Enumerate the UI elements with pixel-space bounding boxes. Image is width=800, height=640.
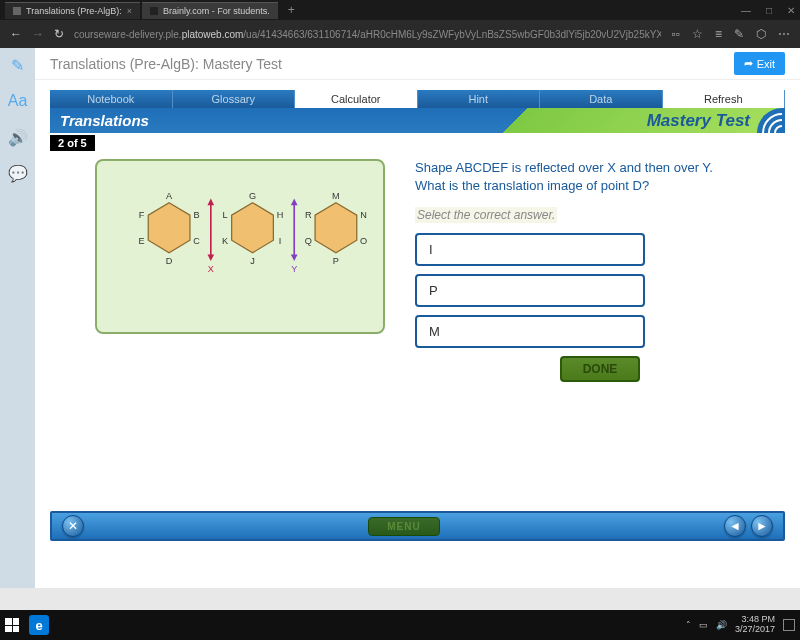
svg-marker-0 [148,203,190,253]
svg-text:L: L [222,210,227,220]
svg-text:P: P [333,256,339,266]
address-bar[interactable]: courseware-delivery.ple.platoweb.com/ua/… [74,29,661,40]
url-domain: platoweb.com [182,29,244,40]
notifications-icon[interactable] [783,619,795,631]
tab-refresh[interactable]: Refresh [663,90,786,108]
question-counter: 2 of 5 [50,135,95,151]
lesson-frame: Notebook Glossary Calculator Hint Data R… [50,90,785,541]
prev-button[interactable]: ◄ [724,515,746,537]
lesson-mode: Mastery Test [647,111,750,131]
tab-favicon [150,7,158,15]
lesson-title-bar: Translations Mastery Test [50,108,785,133]
question-panel: Shape ABCDEF is reflected over X and the… [415,159,785,503]
answer-option-2[interactable]: M [415,315,645,348]
reading-icon[interactable]: ▫▫ [671,27,680,41]
browser-toolbar: ← → ↻ courseware-delivery.ple.platoweb.c… [0,20,800,48]
tab-glossary[interactable]: Glossary [173,90,296,108]
done-button[interactable]: DONE [560,356,640,382]
svg-text:R: R [305,210,312,220]
browser-tab-1[interactable]: Brainly.com - For students. [142,2,278,19]
svg-marker-18 [315,203,357,253]
svg-marker-16 [291,199,298,206]
system-tray: ˄ ▭ 🔊 3:48 PM 3/27/2017 [686,615,795,635]
chat-tool-icon[interactable]: 💬 [8,164,28,182]
question-body: A B C D E F X G [50,151,785,511]
svg-text:J: J [250,256,255,266]
tab-hint[interactable]: Hint [418,90,541,108]
svg-marker-17 [291,254,298,261]
answer-option-1[interactable]: P [415,274,645,307]
page-title: Translations (Pre-AlgB): Mastery Test [50,56,282,72]
start-button[interactable] [5,618,19,632]
hexagon-mnopqr: M N O P Q R [305,191,367,266]
axis-y-label: Y [291,264,297,274]
close-window-icon[interactable]: ✕ [787,5,795,16]
svg-text:E: E [139,236,145,246]
edge-taskbar-icon[interactable]: e [29,615,49,635]
exit-label: Exit [757,58,775,70]
svg-text:O: O [360,236,367,246]
more-icon[interactable]: ⋯ [778,27,790,41]
new-tab-button[interactable]: + [280,3,303,17]
svg-text:M: M [332,191,340,201]
svg-text:I: I [279,236,282,246]
tray-chevron-icon[interactable]: ˄ [686,620,691,630]
instruction-text: Select the correct answer. [415,207,557,223]
svg-text:B: B [194,210,200,220]
hexagon-svg: A B C D E F X G [97,161,383,332]
forward-icon[interactable]: → [32,27,44,41]
volume-icon[interactable]: 🔊 [716,620,727,630]
clock[interactable]: 3:48 PM 3/27/2017 [735,615,775,635]
page-header: Translations (Pre-AlgB): Mastery Test ➦ … [35,48,800,80]
edit-tool-icon[interactable]: ✎ [8,56,28,74]
lesson-tab-row: Notebook Glossary Calculator Hint Data R… [50,90,785,108]
minimize-icon[interactable]: — [741,5,751,16]
maximize-icon[interactable]: □ [766,5,772,16]
browser-tab-0[interactable]: Translations (Pre-AlgB): × [5,2,140,19]
close-icon[interactable]: × [127,6,132,16]
svg-text:D: D [166,256,173,266]
next-button[interactable]: ► [751,515,773,537]
favorite-icon[interactable]: ☆ [692,27,703,41]
note-icon[interactable]: ✎ [734,27,744,41]
tool-sidebar: ✎ Aa 🔊 💬 [0,48,35,588]
svg-text:G: G [249,191,256,201]
hub-icon[interactable]: ≡ [715,27,722,41]
tab-data[interactable]: Data [540,90,663,108]
axis-x-label: X [208,264,214,274]
svg-text:Q: Q [305,236,312,246]
back-icon[interactable]: ← [10,27,22,41]
close-lesson-button[interactable]: ✕ [62,515,84,537]
url-path: /ua/41434663/631106714/aHR0cHM6Ly9sZWFyb… [243,29,661,40]
answer-option-0[interactable]: I [415,233,645,266]
svg-marker-9 [232,203,274,253]
svg-text:N: N [360,210,367,220]
tab-title: Translations (Pre-AlgB): [26,6,122,16]
refresh-icon[interactable]: ↻ [54,27,64,41]
menu-button[interactable]: MENU [368,517,439,536]
browser-tabstrip: Translations (Pre-AlgB): × Brainly.com -… [0,0,800,20]
tab-notebook[interactable]: Notebook [50,90,173,108]
svg-marker-8 [207,254,214,261]
svg-marker-7 [207,199,214,206]
svg-text:K: K [222,236,228,246]
wave-icon [757,108,785,133]
taskbar: e ˄ ▭ 🔊 3:48 PM 3/27/2017 [0,610,800,640]
exit-button[interactable]: ➦ Exit [734,52,785,75]
url-prefix: courseware-delivery.ple. [74,29,182,40]
hexagon-ghijkl: G H I J K L [222,191,283,266]
clock-date: 3/27/2017 [735,625,775,635]
lesson-bottom-bar: ✕ MENU ◄ ► [50,511,785,541]
exit-icon: ➦ [744,57,753,70]
hexagon-abcdef: A B C D E F [139,191,201,266]
diagram: A B C D E F X G [95,159,385,334]
svg-text:F: F [139,210,145,220]
network-icon[interactable]: ▭ [699,620,708,630]
tab-title: Brainly.com - For students. [163,6,270,16]
audio-tool-icon[interactable]: 🔊 [8,128,28,146]
tab-calculator[interactable]: Calculator [295,90,418,108]
lesson-topic: Translations [50,112,149,129]
text-tool-icon[interactable]: Aa [8,92,28,110]
share-icon[interactable]: ⬡ [756,27,766,41]
page-content: Translations (Pre-AlgB): Mastery Test ➦ … [35,48,800,588]
